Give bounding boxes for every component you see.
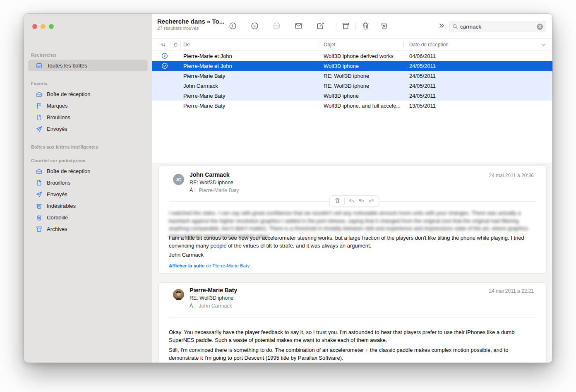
search-result-count: 27 résultats trouvés (157, 26, 224, 31)
trash-icon[interactable] (334, 197, 341, 205)
more-actions-button[interactable] (271, 21, 282, 32)
row-subject: Wolf3D iphone (324, 93, 359, 99)
main-pane: Recherche dans « To... 27 résultats trou… (152, 14, 552, 363)
row-subject: Wolf3D iphone (324, 63, 359, 69)
column-options-button[interactable] (540, 42, 547, 49)
sent-icon (35, 125, 43, 132)
junk-button[interactable] (378, 21, 390, 32)
drafts-icon (35, 113, 43, 121)
message-card: JC John Carmack RE: Wolf3D iphone À : Pi… (158, 165, 547, 274)
sidebar-item-label: Brouillons (47, 180, 70, 186)
reply-icon[interactable] (348, 197, 355, 205)
search-input[interactable] (460, 24, 535, 30)
sort-column-header[interactable] (160, 42, 166, 49)
message-preview-pane: JC John Carmack RE: Wolf3D iphone À : Pi… (152, 163, 552, 363)
sidebar-item-indesirables[interactable]: Indésirables (28, 200, 148, 212)
row-subject: Wolf3D iphone derived works (324, 53, 394, 59)
row-from: Pierre-Marie et John (183, 53, 232, 59)
compose-button[interactable] (314, 21, 326, 32)
new-mailbox-button[interactable] (227, 21, 238, 32)
column-header-from[interactable]: De (183, 42, 190, 48)
sidebar-item-toutes-les-boites[interactable]: Toutes les boîtes (28, 60, 148, 71)
sidebar-item-label: Indésirables (47, 203, 76, 209)
message-sender: John Carmack (190, 171, 229, 178)
unread-column-header[interactable] (173, 42, 179, 49)
sidebar-item-label: Envoyés (47, 126, 67, 132)
sidebar-item-boite-de-reception-2[interactable]: Boîte de réception (28, 165, 148, 177)
message-actions-pill (329, 195, 379, 207)
thread-collapsed-icon[interactable] (161, 52, 168, 60)
message-row[interactable]: Pierre-Marie Baty Wolf3D iphone 24/05/20… (152, 91, 552, 101)
column-header-date[interactable]: Date de réception (409, 42, 449, 48)
compose-icon (316, 22, 325, 32)
row-date: 24/05/2011 (409, 83, 436, 89)
chevron-double-right-icon (437, 22, 446, 31)
sidebar-item-label: Marqués (47, 103, 68, 109)
window-title-block: Recherche dans « To... 27 résultats trou… (157, 18, 224, 31)
to-value[interactable]: Pierre-Marie Baty (199, 188, 239, 193)
row-from: Pierre-Marie et John (183, 63, 232, 69)
clear-search-icon[interactable]: ✕ (537, 24, 543, 30)
message-row-selected[interactable]: Pierre-Marie et John Wolf3D iphone 24/05… (152, 61, 552, 71)
get-mail-button[interactable] (293, 21, 304, 32)
minimize-window-button[interactable] (41, 24, 46, 29)
sidebar-item-brouillons-2[interactable]: Brouillons (28, 177, 148, 188)
envelope-icon (294, 22, 303, 32)
forward-icon[interactable] (368, 197, 374, 205)
row-date: 04/06/2011 (409, 53, 436, 59)
row-from: John Carmack (183, 83, 218, 89)
inbox-icon (35, 167, 43, 175)
reply-all-icon[interactable] (358, 197, 365, 205)
row-from: Pierre-Marie Baty (183, 93, 225, 99)
inbox-icon (35, 90, 43, 98)
message-row[interactable]: Pierre-Marie Baty RE: Wolf3D iphone 24/0… (152, 71, 552, 81)
to-value[interactable]: John Carmack (199, 303, 232, 309)
toolbar-overflow-button[interactable] (436, 22, 447, 31)
trash-icon (361, 22, 370, 32)
sidebar-item-brouillons[interactable]: Brouillons (28, 111, 148, 123)
archive-icon (35, 225, 43, 233)
search-field[interactable]: ✕ (449, 21, 546, 32)
chevron-down-icon (540, 42, 547, 48)
message-row[interactable]: Pierre-Marie et John Wolf3D iphone deriv… (152, 51, 552, 61)
message-body-paragraph: Okay. You necessarily have the player fe… (169, 329, 536, 344)
message-body-paragraph: I am a little bit curious to see how you… (169, 234, 536, 250)
ellipsis-circle-icon (272, 22, 281, 32)
delete-button[interactable] (360, 21, 371, 32)
thread-expanded-icon[interactable] (161, 62, 168, 70)
row-subject: RE: Wolf3D iphone (324, 73, 369, 79)
sidebar-item-boite-de-reception[interactable]: Boîte de réception (28, 88, 148, 100)
message-date: 24 mai 2011 à 22:21 (489, 288, 534, 294)
sort-arrows-icon (160, 42, 166, 48)
sidebar-item-envoyes-2[interactable]: Envoyés (28, 188, 148, 200)
show-more-link[interactable]: Afficher la suite de Pierre-Marie Baty (169, 262, 536, 270)
sidebar-item-label: Toutes les boîtes (47, 63, 87, 69)
sidebar-section-favoris: Favoris (24, 79, 152, 88)
avatar-photo (173, 289, 184, 300)
sidebar-item-label: Archives (47, 226, 67, 232)
archive-button[interactable] (340, 21, 351, 32)
sidebar-item-archives[interactable]: Archives (28, 223, 148, 235)
sidebar-item-envoyes[interactable]: Envoyés (28, 123, 148, 135)
close-window-button[interactable] (32, 24, 37, 29)
drafts-icon (35, 179, 43, 186)
sidebar-item-label: Boîte de réception (47, 91, 91, 97)
column-header-subject[interactable]: Objet (324, 42, 336, 48)
junk-icon (35, 202, 43, 209)
sidebar-section-boites-intelligentes: Boîtes aux lettres intelligentes (24, 142, 152, 152)
sidebar-item-label: Boîte de réception (47, 168, 91, 174)
sent-icon (35, 190, 43, 198)
message-list: Pierre-Marie et John Wolf3D iphone deriv… (152, 51, 552, 163)
avatar: JC (173, 174, 184, 185)
message-row[interactable]: Pierre-Marie Baty Wolf3D iphone, and ful… (152, 101, 552, 111)
filter-button[interactable] (249, 21, 260, 32)
message-row[interactable]: John Carmack RE: Wolf3D iphone 24/05/201… (152, 81, 552, 91)
message-signature: John Carmack (169, 251, 536, 259)
mail-window: Rechercher Toutes les boîtes Favoris Boî… (24, 14, 552, 363)
show-more-rest: de Pierre-Marie Baty (204, 263, 250, 268)
sidebar-item-marques[interactable]: Marqués (28, 100, 148, 111)
sidebar-item-corbeille[interactable]: Corbeille (28, 212, 148, 223)
row-subject: Wolf3D iphone, and full accele... (324, 103, 401, 109)
avatar (173, 289, 184, 300)
zoom-window-button[interactable] (49, 24, 54, 29)
